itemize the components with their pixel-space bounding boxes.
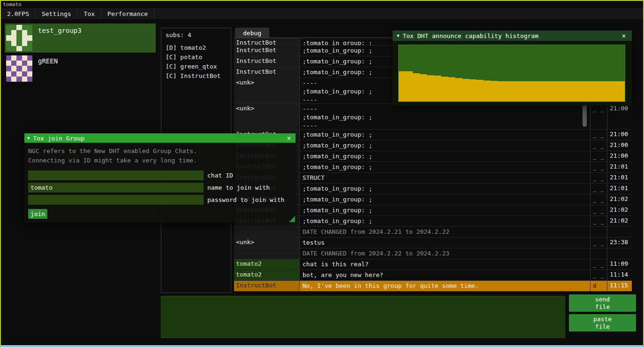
subs-list-item[interactable]: [C] potato — [166, 53, 227, 62]
close-icon[interactable]: × — [285, 134, 293, 142]
chat-message-text: ;tomato_in_group: ; — [300, 184, 591, 194]
message-time: 21:01 — [607, 162, 632, 172]
chat-sender: InstructBot — [234, 67, 300, 77]
message-time: 21:00 — [607, 140, 632, 151]
chat-message-text: No, I've been in this group for quite so… — [300, 281, 591, 291]
chat-message-text: DATE CHANGED from 2024.2.21 to 2024.2.22 — [300, 227, 591, 237]
join-field-label: chat ID — [207, 172, 233, 179]
join-button[interactable]: join — [28, 209, 47, 219]
chat-sender — [234, 248, 300, 259]
chat-message-row[interactable]: tomato2chat is this real?_ _11:09 — [234, 259, 632, 270]
join-field-row: password to join with — [28, 195, 292, 205]
close-icon[interactable]: × — [620, 32, 628, 39]
subs-count: subs: 4 — [166, 31, 227, 39]
histogram-window: ▼ Tox DHT announce capability histogram … — [393, 31, 632, 106]
join-field-row: name to join with — [28, 183, 292, 193]
chat-message-text: ;tomato_in_group: ; — [300, 130, 591, 140]
menu-tox[interactable]: Tox — [78, 8, 101, 19]
subs-list-item[interactable]: [C] green_qtox — [166, 62, 227, 71]
message-time: 21:02 — [607, 205, 632, 216]
join-input-name-to-join-with[interactable] — [28, 183, 204, 193]
message-input[interactable] — [161, 296, 565, 338]
chat-message-text: testus — [300, 238, 591, 248]
resize-grip[interactable] — [289, 216, 295, 222]
paste-file-label-line2: file — [595, 323, 610, 331]
chat-sender: <unk> — [234, 78, 300, 103]
join-window-body: NGC refers to the New DHT enabled Group … — [24, 143, 295, 223]
send-file-label-line1: send — [595, 296, 610, 303]
message-time: 23:38 — [607, 238, 632, 248]
chat-sender: <unk> — [234, 238, 300, 248]
join-input-password-to-join-with[interactable] — [28, 195, 204, 205]
chat-message-row[interactable]: InstructBotNo, I've been in this group f… — [234, 281, 632, 292]
message-status: _ _ — [591, 173, 607, 183]
menu-performance[interactable]: Performance — [101, 8, 154, 19]
message-status: _ _ — [591, 238, 607, 248]
subs-list-item[interactable]: [D] tomato2 — [166, 43, 227, 53]
chat-message-text: ;tomato_in_group: ; — [300, 140, 591, 151]
contact-name: test_group3 — [38, 27, 82, 51]
subs-list: [D] tomato2[C] potato[C] green_qtox[C] I… — [166, 43, 227, 81]
paste-file-button[interactable]: paste file — [569, 314, 636, 332]
message-status: _ _ — [591, 270, 607, 280]
chat-system-row[interactable]: DATE CHANGED from 2024.2.22 to 2024.2.23 — [234, 248, 632, 259]
message-time: 21:00 — [607, 104, 632, 129]
contact-row[interactable]: test_group3 — [5, 23, 156, 53]
chat-system-row[interactable]: DATE CHANGED from 2024.2.21 to 2024.2.22 — [234, 227, 632, 238]
chat-message-text: ;tomato_in_group: ; — [300, 162, 591, 172]
contact-row[interactable]: gREEN — [5, 54, 156, 83]
message-time: 21:02 — [607, 216, 632, 226]
message-status — [591, 248, 607, 259]
chat-message-text: ;tomato_in_group: ; — [300, 216, 591, 226]
contact-avatar — [6, 25, 32, 51]
histogram-area — [399, 71, 625, 101]
histogram-plot — [398, 45, 625, 102]
join-field-label: password to join with — [207, 196, 284, 203]
message-time: 21:00 — [607, 130, 632, 140]
join-fields: chat IDname to join withpassword to join… — [28, 170, 292, 205]
menu-bar: 2.0FPS Settings Tox Performance — [1, 8, 643, 20]
window-title: tomato — [3, 1, 22, 8]
message-status: _ _ — [591, 140, 607, 151]
join-window-titlebar[interactable]: ▼ Tox join Group × — [24, 133, 295, 143]
chat-message-row[interactable]: <unk>----;tomato_in_group: ;----_ _21:00 — [234, 104, 632, 130]
app-window: tomato 2.0FPS Settings Tox Performance t… — [0, 0, 644, 347]
histogram-window-body — [393, 41, 632, 106]
chat-message-row[interactable]: tomato2bot, are you new here?_ _11:14 — [234, 270, 632, 281]
collapse-arrow-icon[interactable]: ▼ — [397, 33, 399, 38]
message-status: _ _ — [591, 205, 607, 216]
message-status: _ _ — [591, 151, 607, 162]
chat-message-row[interactable]: <unk>testus_ _23:38 — [234, 238, 632, 248]
join-input-chat-ID[interactable] — [28, 170, 204, 180]
contact-name: gREEN — [38, 57, 58, 82]
chat-message-text: chat is this real? — [300, 259, 591, 270]
paste-file-label-line1: paste — [593, 316, 612, 323]
message-time: 11:09 — [607, 259, 632, 270]
join-group-window: ▼ Tox join Group × NGC refers to the New… — [24, 133, 295, 223]
chat-sender: InstructBot — [234, 38, 300, 45]
chat-sender: <unk> — [234, 104, 300, 129]
window-titlebar: tomato — [1, 1, 643, 8]
tab-debug[interactable]: debug — [235, 28, 269, 38]
collapse-arrow-icon[interactable]: ▼ — [27, 136, 30, 140]
chat-message-text: bot, are you new here? — [300, 270, 591, 280]
message-status: _ _ — [591, 130, 607, 140]
message-status: _ _ — [591, 184, 607, 194]
send-file-button[interactable]: send file — [569, 294, 636, 312]
message-time: 21:01 — [607, 184, 632, 194]
chat-sender: InstructBot — [234, 56, 300, 67]
menu-settings[interactable]: Settings — [36, 8, 78, 19]
chat-message-text: DATE CHANGED from 2024.2.22 to 2024.2.23 — [300, 248, 591, 259]
chat-message-text: ;tomato_in_group: ; — [300, 205, 591, 216]
histogram-window-titlebar[interactable]: ▼ Tox DHT announce capability histogram … — [393, 31, 632, 41]
message-time: 21:00 — [607, 151, 632, 162]
histogram-window-title: Tox DHT announce capability histogram — [402, 32, 538, 39]
message-time — [607, 248, 632, 259]
chat-sender: tomato2 — [234, 270, 300, 280]
join-window-title: Tox join Group — [33, 135, 84, 142]
chat-sender — [234, 227, 300, 237]
message-status: _ _ — [591, 104, 607, 129]
message-status: _ _ — [591, 194, 607, 205]
subs-list-item[interactable]: [C] InstructBot — [166, 71, 227, 81]
histogram-chart — [399, 45, 625, 101]
